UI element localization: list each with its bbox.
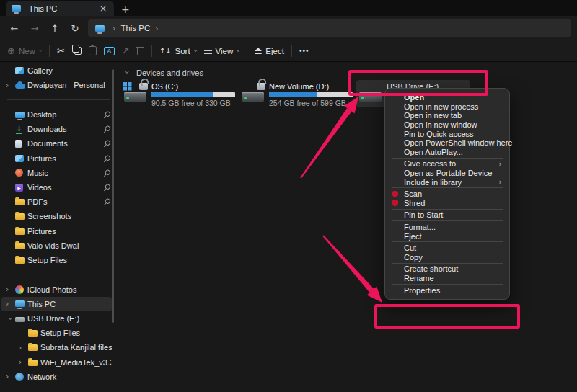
view-button[interactable]: View › xyxy=(204,47,240,55)
menu-item-format[interactable]: Format... xyxy=(385,223,509,232)
rename-button[interactable]: A xyxy=(104,47,115,55)
menu-item-open-autoplay[interactable]: Open AutoPlay... xyxy=(385,148,509,157)
menu-item-label: Create shortcut xyxy=(404,264,458,273)
menu-separator xyxy=(392,263,503,264)
sidebar-scrollbar[interactable] xyxy=(112,69,114,323)
menu-item-open-in-new-tab[interactable]: Open in new tab xyxy=(385,111,509,120)
group-header[interactable]: › Devices and drives xyxy=(118,62,577,77)
drive-icon xyxy=(124,81,149,103)
breadcrumb-this-pc[interactable]: This PC xyxy=(120,24,150,32)
sidebar-item-dwaipayan-personal[interactable]: ›Dwaipayan - Personal xyxy=(1,78,112,92)
menu-item-create-shortcut[interactable]: Create shortcut xyxy=(385,264,509,274)
menu-item-label: Copy xyxy=(404,253,423,262)
chevron-right-icon[interactable]: › xyxy=(6,81,15,90)
chevron-right-icon[interactable]: › xyxy=(6,285,15,294)
mcafee-scan-icon xyxy=(392,190,398,197)
drive-body xyxy=(359,92,382,102)
folder-icon xyxy=(15,228,27,235)
sidebar-separator xyxy=(7,275,110,275)
menu-item-properties[interactable]: Properties xyxy=(385,285,509,295)
submenu-arrow-icon: › xyxy=(499,177,502,187)
menu-item-copy[interactable]: Copy xyxy=(385,253,509,262)
sidebar-item-wifi-mediatek-v3-3-0-350[interactable]: ›WiFi_MediaTek_v3.3.0.350 xyxy=(1,355,112,370)
drive-tile-os-c[interactable]: OS (C:)90.5 GB free of 330 GB xyxy=(121,80,235,107)
paste-button[interactable] xyxy=(89,46,97,55)
menu-item-label: Open PowerShell window here xyxy=(404,138,512,147)
menu-item-include-in-library[interactable]: Include in library› xyxy=(385,177,509,187)
documents-icon xyxy=(15,140,27,148)
new-tab-button[interactable]: + xyxy=(121,4,130,16)
menu-item-open-in-new-process[interactable]: Open in new process xyxy=(385,102,509,112)
sidebar-item-label: Desktop xyxy=(27,110,103,119)
context-menu: OpenOpen in new processOpen in new tabOp… xyxy=(384,88,510,300)
this-pc-monitor-icon xyxy=(12,5,24,12)
sidebar-item-downloads[interactable]: ↓Downloads xyxy=(1,122,112,136)
menu-item-label: Cut xyxy=(404,244,416,252)
sidebar-item-subrata-kanjilal-files[interactable]: ›Subrata Kanjilal files xyxy=(1,340,112,355)
up-button[interactable]: ↑ xyxy=(45,23,65,34)
cut-button[interactable]: ✂ xyxy=(57,45,65,56)
menu-item-eject[interactable]: Eject xyxy=(385,231,509,241)
menu-item-open[interactable]: Open xyxy=(385,93,509,102)
tab-this-pc[interactable]: This PC × xyxy=(6,1,114,16)
tab-title: This PC xyxy=(29,4,93,13)
onedrive-icon xyxy=(15,82,27,89)
cut-icon: ✂ xyxy=(57,45,65,56)
sidebar-item-desktop[interactable]: Desktop xyxy=(1,107,112,122)
sidebar-item-gallery[interactable]: Gallery xyxy=(1,63,112,78)
new-button[interactable]: ⊕ New › xyxy=(7,45,42,56)
sidebar-item-usb-drive-e[interactable]: ›USB Drive (E:) xyxy=(1,311,112,326)
toolbar-separator xyxy=(49,45,50,57)
share-button[interactable]: ↗ xyxy=(122,45,130,56)
sidebar-item-network[interactable]: ›Network xyxy=(1,370,112,384)
sidebar-list: Gallery›Dwaipayan - PersonalDesktop↓Down… xyxy=(0,63,118,384)
delete-button[interactable] xyxy=(137,46,144,55)
sidebar-item-label: USB Drive (E:) xyxy=(27,314,112,323)
sidebar-item-pdfs[interactable]: PDFs xyxy=(1,195,112,209)
forward-button[interactable]: → xyxy=(25,23,45,34)
folder-icon xyxy=(28,344,40,351)
sidebar-item-videos[interactable]: ▶Videos xyxy=(1,180,112,195)
sidebar-item-label: This PC xyxy=(27,300,112,308)
sort-button[interactable]: ↑↓ Sort › xyxy=(159,47,197,55)
menu-item-pin-to-quick-access[interactable]: Pin to Quick access xyxy=(385,129,509,138)
copy-button[interactable] xyxy=(72,47,82,55)
chevron-right-icon[interactable]: › xyxy=(19,343,28,352)
back-button[interactable]: ← xyxy=(4,23,25,34)
sidebar-item-valo-vids-dwai[interactable]: Valo vids Dwai xyxy=(1,239,112,253)
menu-item-pin-to-start[interactable]: Pin to Start xyxy=(385,210,509,220)
menu-item-label: Open in new tab xyxy=(404,111,462,120)
eject-button[interactable]: Eject xyxy=(255,47,284,55)
tab-close-icon[interactable]: × xyxy=(98,4,108,13)
chevron-right-icon[interactable]: › xyxy=(19,357,28,367)
sidebar-item-label: Setup Files xyxy=(40,329,112,337)
menu-item-give-access-to[interactable]: Give access to› xyxy=(385,159,509,169)
menu-item-open-powershell-window-here[interactable]: Open PowerShell window here xyxy=(385,138,509,148)
folder-icon xyxy=(15,213,27,220)
sidebar-item-icloud-photos[interactable]: ›iCloud Photos xyxy=(1,282,112,297)
chevron-right-icon[interactable]: › xyxy=(6,372,15,381)
menu-item-label: Include in library xyxy=(404,178,462,187)
menu-item-open-as-portable-device[interactable]: Open as Portable Device xyxy=(385,169,509,178)
sidebar-item-this-pc[interactable]: ›This PC xyxy=(1,297,112,311)
sidebar-item-setup-files[interactable]: Setup Files xyxy=(1,253,112,267)
menu-item-shred[interactable]: Shred xyxy=(385,199,509,208)
refresh-button[interactable]: ↻ xyxy=(65,23,85,34)
menu-item-rename[interactable]: Rename xyxy=(385,274,509,283)
address-bar[interactable]: › This PC › xyxy=(88,19,571,37)
drive-usage-bar xyxy=(269,92,353,97)
pin-icon xyxy=(102,124,112,134)
sidebar-item-music[interactable]: ♪Music xyxy=(1,166,112,180)
sidebar-item-pictures[interactable]: Pictures xyxy=(1,223,112,238)
drive-tile-new-volume-d[interactable]: New Volume (D:)254 GB free of 599 GB xyxy=(239,80,353,107)
sidebar-item-pictures[interactable]: Pictures xyxy=(1,151,112,166)
more-options-button[interactable]: ••• xyxy=(299,47,309,55)
chevron-right-icon[interactable]: › xyxy=(6,299,15,308)
menu-item-cut[interactable]: Cut xyxy=(385,244,509,253)
menu-item-open-in-new-window[interactable]: Open in new window xyxy=(385,120,509,130)
sidebar-item-setup-files[interactable]: Setup Files xyxy=(1,326,112,340)
sidebar-item-documents[interactable]: Documents xyxy=(1,136,112,151)
sidebar-item-screenshots[interactable]: Screenshots xyxy=(1,209,112,223)
menu-item-scan[interactable]: Scan xyxy=(385,190,509,199)
chevron-down-icon[interactable]: › xyxy=(6,314,15,324)
